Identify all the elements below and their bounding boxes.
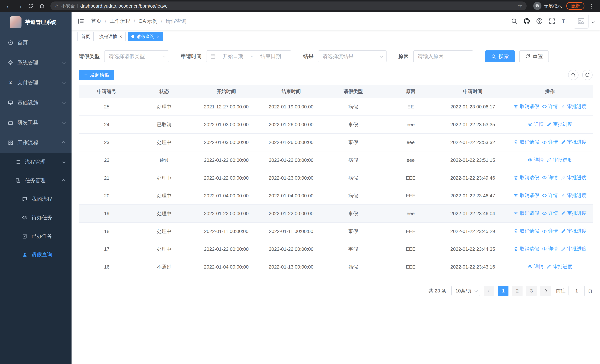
- cancel-leave-link[interactable]: 取消请假: [514, 228, 539, 234]
- page-button-2[interactable]: 2: [512, 286, 523, 296]
- sidebar-item-todo-tasks[interactable]: 待办任务: [0, 208, 72, 227]
- approval-progress-link[interactable]: 审批进度: [547, 157, 572, 163]
- reset-button[interactable]: 重置: [519, 50, 549, 62]
- search-button[interactable]: 搜索: [485, 50, 515, 62]
- sidebar-item-leave-query[interactable]: 请假查询: [0, 245, 72, 264]
- page-button-3[interactable]: 3: [526, 286, 537, 296]
- detail-link[interactable]: 详情: [542, 210, 558, 216]
- approval-progress-link[interactable]: 审批进度: [561, 139, 586, 145]
- detail-link[interactable]: 详情: [542, 103, 558, 110]
- action-label: 审批进度: [553, 263, 572, 270]
- reason-input[interactable]: [413, 50, 473, 62]
- tab-label: 请假查询: [137, 34, 154, 39]
- fullscreen-button[interactable]: [548, 18, 555, 25]
- approval-progress-link[interactable]: 审批进度: [561, 174, 586, 181]
- delete-icon: [514, 140, 518, 145]
- search-icon: [491, 54, 496, 59]
- sidebar-item-system-management[interactable]: 系统管理: [0, 53, 72, 73]
- sidebar-toggle[interactable]: [77, 18, 84, 25]
- approval-progress-link[interactable]: 审批进度: [547, 263, 572, 270]
- create-leave-button[interactable]: 发起请假: [79, 70, 114, 80]
- breadcrumb-item[interactable]: 首页: [91, 18, 102, 25]
- avatar-caret-icon[interactable]: [592, 19, 594, 23]
- back-button[interactable]: ←: [4, 1, 13, 11]
- toggle-search-button[interactable]: [568, 70, 579, 80]
- tab-close-icon[interactable]: ×: [119, 34, 122, 39]
- cancel-leave-link[interactable]: 取消请假: [514, 246, 539, 252]
- start-date-input[interactable]: 开始日期: [216, 53, 249, 60]
- detail-link[interactable]: 详情: [528, 157, 544, 163]
- approval-progress-link[interactable]: 审批进度: [561, 228, 586, 234]
- sidebar-item-process-management[interactable]: 流程管理: [0, 153, 72, 171]
- sidebar-item-workflow[interactable]: 工作流程: [0, 133, 72, 153]
- update-button[interactable]: 更新: [566, 2, 584, 10]
- cancel-leave-link[interactable]: 取消请假: [514, 103, 539, 110]
- github-button[interactable]: [523, 18, 530, 25]
- sidebar-item-home[interactable]: 首页: [0, 33, 72, 53]
- breadcrumb-item[interactable]: 工作流程: [110, 18, 131, 25]
- next-page-button[interactable]: [540, 286, 551, 296]
- detail-link[interactable]: 详情: [542, 139, 558, 145]
- end-date-input[interactable]: 结束日期: [254, 53, 287, 60]
- approval-progress-link[interactable]: 审批进度: [547, 121, 572, 128]
- help-button[interactable]: [536, 18, 543, 25]
- detail-link[interactable]: 详情: [542, 228, 558, 234]
- briefcase-icon: [8, 120, 13, 125]
- table-row: 24已取消2022-01-03 00:00:002022-01-26 00:00…: [79, 116, 593, 133]
- cancel-leave-link[interactable]: 取消请假: [514, 139, 539, 145]
- approval-progress-link[interactable]: 审批进度: [561, 246, 586, 252]
- cancel-leave-link[interactable]: 取消请假: [514, 174, 539, 181]
- sidebar-item-label: 支付管理: [18, 79, 63, 86]
- sidebar-item-payment-management[interactable]: ¥支付管理: [0, 73, 72, 93]
- approval-progress-link[interactable]: 审批进度: [561, 210, 586, 216]
- tab-process-detail[interactable]: 流程详情×: [96, 32, 126, 41]
- cell-end-time: 2022-01-22 00:00:00: [259, 205, 324, 222]
- approval-progress-link[interactable]: 审批进度: [561, 192, 586, 199]
- detail-link[interactable]: 详情: [542, 174, 558, 181]
- row-actions: 取消请假详情审批进度: [507, 240, 593, 258]
- chevron-down-icon: [380, 55, 383, 58]
- security-warning[interactable]: 不安全: [62, 3, 75, 9]
- cancel-leave-link[interactable]: 取消请假: [514, 192, 539, 199]
- detail-link[interactable]: 详情: [528, 263, 544, 270]
- sidebar-item-dev-tools[interactable]: 研发工具: [0, 113, 72, 133]
- tab-leave-query[interactable]: 请假查询×: [128, 32, 163, 41]
- hamburger-icon: [77, 18, 84, 25]
- sidebar-item-task-management[interactable]: 任务管理: [0, 171, 72, 190]
- refresh-table-button[interactable]: [582, 70, 593, 80]
- action-label: 详情: [534, 121, 544, 128]
- sidebar-item-done-tasks[interactable]: 已办任务: [0, 227, 72, 245]
- detail-link[interactable]: 详情: [528, 121, 544, 128]
- page-size-select[interactable]: 10条/页: [451, 286, 480, 296]
- tab-close-icon[interactable]: ×: [157, 34, 159, 39]
- sidebar-item-infrastructure[interactable]: 基础设施: [0, 93, 72, 113]
- bookmark-star-icon[interactable]: ☆: [517, 3, 522, 9]
- forward-button[interactable]: →: [15, 1, 24, 11]
- detail-link[interactable]: 详情: [542, 192, 558, 199]
- browser-menu-icon[interactable]: ⋮: [587, 1, 596, 11]
- logo[interactable]: 芋道管理系统: [0, 12, 72, 33]
- approval-progress-link[interactable]: 审批进度: [561, 103, 586, 110]
- sidebar-item-my-process[interactable]: 我的流程: [0, 190, 72, 208]
- address-bar[interactable]: ⚠ 不安全 dashboard.yudao.iocoder.cn/bpm/oa/…: [50, 1, 527, 10]
- row-actions: 取消请假详情审批进度: [507, 222, 593, 240]
- cell-reason: EEE: [383, 187, 438, 205]
- avatar[interactable]: [574, 14, 589, 28]
- page-button-1[interactable]: 1: [498, 286, 508, 296]
- reload-button[interactable]: [26, 1, 36, 11]
- home-button[interactable]: [37, 1, 47, 11]
- action-label: 审批进度: [553, 157, 572, 163]
- goto-page-input[interactable]: [569, 286, 585, 296]
- cancel-leave-link[interactable]: 取消请假: [514, 210, 539, 216]
- url-text[interactable]: dashboard.yudao.iocoder.cn/bpm/oa/leave: [80, 3, 168, 9]
- detail-link[interactable]: 详情: [542, 246, 558, 252]
- tab-home[interactable]: 首页: [77, 32, 94, 41]
- date-range-picker[interactable]: 开始日期 - 结束日期: [206, 50, 291, 62]
- breadcrumb-item[interactable]: OA 示例: [139, 18, 158, 25]
- prev-page-button[interactable]: [484, 286, 494, 296]
- column-header: 操作: [507, 85, 593, 98]
- result-select[interactable]: 请选择流结果: [318, 50, 386, 62]
- leave-type-select[interactable]: 请选择请假类型: [104, 50, 169, 62]
- header-search-button[interactable]: [511, 18, 518, 25]
- font-size-button[interactable]: TT: [561, 18, 568, 25]
